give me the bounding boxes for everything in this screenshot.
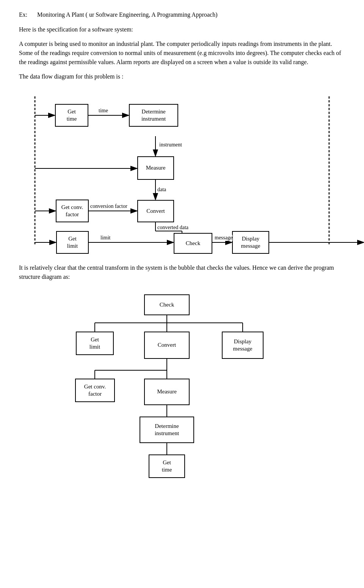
dfd-get-conv-factor-box: Get conv. factor: [56, 200, 89, 222]
label-limit: limit: [100, 235, 110, 241]
paragraph-2: A computer is being used to monitor an i…: [19, 39, 345, 67]
dfd-measure-box: Measure: [137, 156, 174, 180]
dfd-display-message-box: Display message: [232, 231, 269, 254]
dfd-get-time-box: Get time: [55, 104, 88, 127]
psd-measure-box: Measure: [144, 379, 190, 405]
psd-display-message-box: Display message: [222, 332, 264, 359]
psd-get-time-box: Get time: [149, 454, 185, 478]
psd-check-box: Check: [144, 294, 190, 315]
page: Ex: Monitoring A Plant ( ur Software Eng…: [19, 11, 345, 480]
page-title: Monitoring A Plant ( ur Software Enginee…: [37, 11, 218, 18]
psd-get-limit-box: Get limit: [76, 332, 114, 355]
psd-diagram: Check Get limit Convert Display message …: [19, 287, 345, 461]
section-title: The data flow diagram for this problem i…: [19, 72, 345, 81]
middle-text: It is relatively clear that the central …: [19, 263, 345, 281]
psd-get-conv-factor-box: Get conv. factor: [75, 379, 115, 402]
label-time: time: [99, 108, 108, 114]
header: Ex: Monitoring A Plant ( ur Software Eng…: [19, 11, 345, 18]
paragraph-1: Here is the specification for a software…: [19, 25, 345, 34]
ex-label: Ex:: [19, 11, 33, 18]
dfd-check-box: Check: [174, 233, 212, 254]
label-conversion-factor: conversion factor: [90, 203, 127, 209]
dfd-get-limit-box: Get limit: [56, 231, 89, 254]
label-message: message: [215, 235, 232, 241]
psd-determine-instrument-box: Determine instrument: [140, 417, 194, 443]
label-instrument: instrument: [159, 142, 182, 148]
psd-convert-box: Convert: [144, 332, 190, 359]
dfd-determine-instrument-box: Determine instrument: [129, 104, 178, 127]
dfd-convert-box: Convert: [137, 200, 174, 222]
label-data: data: [157, 187, 166, 193]
label-converted-data: converted data: [157, 225, 188, 231]
dfd-diagram: Get time Determine instrument Measure Ge…: [19, 93, 345, 252]
